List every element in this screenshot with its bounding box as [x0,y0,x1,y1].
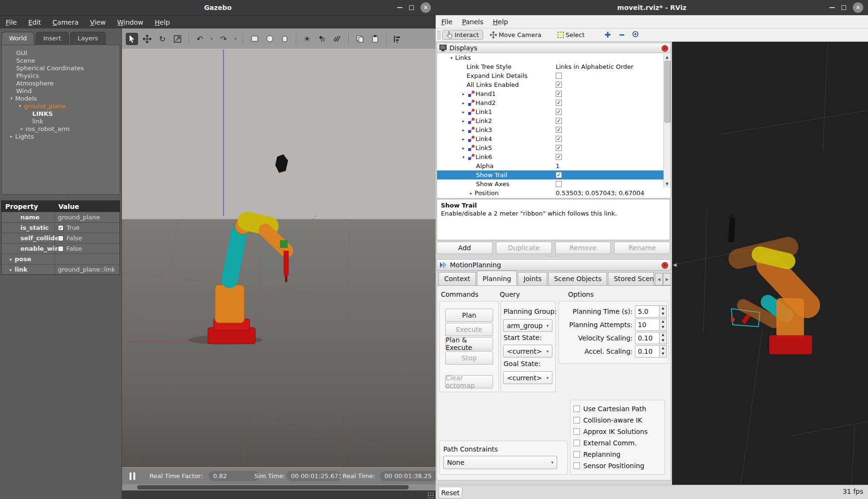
align-tool-icon[interactable] [391,33,403,45]
menu-help[interactable]: Help [155,19,170,26]
motion-planning-header[interactable]: MotionPlanning [437,259,671,271]
display-row-show-trail[interactable]: Show Trail [437,170,671,179]
tree-item-scene[interactable]: Scene [2,56,120,64]
checkbox[interactable] [556,73,562,79]
plan-and-execute-button[interactable]: Plan & Execute [445,337,493,350]
tab-scroll-right-icon[interactable]: ▶ [663,273,671,285]
display-row-alpha[interactable]: Alpha 1 [437,161,671,170]
spinner-arrows[interactable] [660,345,667,358]
rotate-tool-icon[interactable]: ↻ [156,33,168,45]
panel-close-icon[interactable] [662,262,668,269]
table-row[interactable]: link ground_plane::link [1,264,120,274]
checkbox[interactable] [573,405,580,412]
sensor-positioning-option[interactable]: Sensor Positioning [573,461,644,470]
panel-splitter[interactable] [0,196,121,198]
menu-view[interactable]: View [90,19,106,26]
tree-item-ground-plane[interactable]: ground_plane [2,102,120,110]
display-row-link2[interactable]: Link2 [437,116,671,125]
checkbox[interactable] [556,91,562,97]
window-minimize-icon[interactable] [397,7,402,8]
approx-ik-solutions-option[interactable]: Approx IK Solutions [573,427,648,436]
checkbox[interactable] [573,451,580,458]
tab-insert[interactable]: Insert [36,32,68,45]
expand-arrow-icon[interactable] [460,128,467,132]
expand-arrow-icon[interactable] [460,137,467,141]
select-tool-button[interactable]: Select [554,30,588,39]
menu-panels[interactable]: Panels [462,18,483,26]
checkbox[interactable] [58,235,64,241]
planning-time-input[interactable]: 5.0 [635,305,660,318]
remove-button[interactable]: Remove [555,242,611,254]
collapse-arrow-icon[interactable] [8,96,15,101]
display-row-position[interactable]: Position 0.53503; 0.057043; 0.67004 [437,188,671,198]
collapse-arrow-icon[interactable] [448,56,455,60]
rviz-3d-viewport[interactable] [672,42,868,485]
start-state-select[interactable]: <current> [503,345,552,358]
window-minimize-icon[interactable] [830,7,835,8]
checkbox[interactable] [573,462,580,469]
tree-item-lights[interactable]: Lights [2,132,120,140]
rviz-titlebar[interactable]: moveit.rviz* - RViz [436,0,868,15]
pause-icon[interactable] [130,472,138,480]
paste-icon[interactable] [369,33,381,45]
menu-file[interactable]: File [441,18,452,26]
tree-item-atmosphere[interactable]: Atmosphere [2,79,120,87]
spinner-arrows[interactable] [660,305,667,318]
window-close-icon[interactable] [420,2,431,13]
interact-tool-button[interactable]: Interact [442,30,483,40]
display-row-links[interactable]: Links [437,53,671,62]
spinner-arrows[interactable] [660,319,667,331]
checkbox[interactable] [573,417,580,424]
menu-edit[interactable]: Edit [28,19,41,26]
expand-arrow-icon[interactable] [8,134,15,139]
table-row[interactable]: is_static True [1,222,120,233]
sphere-shape-icon[interactable] [263,33,276,45]
expand-arrow-icon[interactable] [7,267,15,272]
path-constraints-select[interactable]: None [443,456,557,469]
checkbox[interactable] [556,109,562,115]
window-maximize-icon[interactable] [841,5,846,10]
display-row-show-axes[interactable]: Show Axes [437,179,671,188]
display-row-expand-link-details[interactable]: Expand Link Details [437,71,671,80]
tree-item-link[interactable]: link [2,117,120,125]
tree-item-physics[interactable]: Physics [2,72,120,79]
checkbox[interactable] [573,440,580,446]
resize-grip-icon[interactable] [427,492,435,498]
checkbox[interactable] [556,181,562,187]
checkbox[interactable] [556,136,562,142]
tree-item-spherical-coordinates[interactable]: Spherical Coordinates [2,64,120,72]
gazebo-titlebar[interactable]: Gazebo [0,0,436,15]
checkbox[interactable] [573,428,580,435]
tree-item-ros-robot-arm[interactable]: ros_robot_arm [2,125,120,132]
checkbox[interactable] [556,127,562,133]
undo-history-icon[interactable]: ▾ [209,33,215,45]
accel-scaling-input[interactable]: 0.10 [635,345,660,358]
collapse-arrow-icon[interactable] [16,104,24,108]
horizontal-scrollbar[interactable] [122,484,436,490]
reset-button[interactable]: Reset [439,487,462,499]
plan-button[interactable]: Plan [445,309,493,322]
spinner-arrows[interactable] [660,332,667,344]
collapse-arrow-icon[interactable] [460,155,467,160]
clear-octomap-button[interactable]: Clear octomap [445,375,493,388]
tab-scroll-left-icon[interactable]: ◀ [655,273,663,285]
translate-tool-icon[interactable] [141,33,153,45]
cylinder-shape-icon[interactable] [279,33,291,45]
tab-context[interactable]: Context [439,272,476,285]
menu-window[interactable]: Window [117,19,143,26]
zoom-in-icon[interactable]: ✚ [605,30,611,39]
table-row[interactable]: self_collide False [1,233,120,243]
expand-arrow-icon[interactable] [18,126,26,131]
display-row-hand2[interactable]: Hand2 [437,98,671,107]
tree-item-wind[interactable]: Wind [2,87,120,94]
panel-close-icon[interactable] [662,45,668,52]
toolbar-drag-handle[interactable] [437,30,440,40]
zoom-out-icon[interactable]: ━ [619,30,624,39]
display-row-link4[interactable]: Link4 [437,134,671,143]
redo-history-icon[interactable]: ▾ [233,33,238,45]
checkbox[interactable] [58,246,64,252]
menu-help[interactable]: Help [493,18,508,26]
display-row-link1[interactable]: Link1 [437,107,671,116]
directional-light-icon[interactable] [331,33,344,45]
tab-layers[interactable]: Layers [70,32,106,45]
